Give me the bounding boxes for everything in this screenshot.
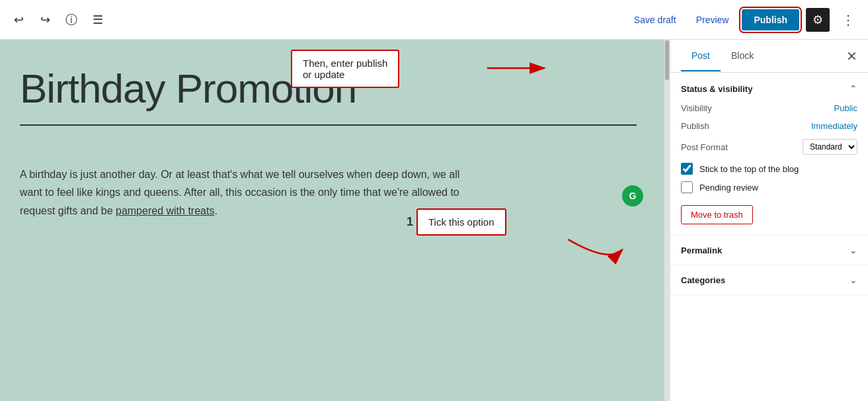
editor-area: Birthday Promotion A birthday is just an…: [0, 40, 670, 401]
sidebar-close-button[interactable]: ✕: [846, 50, 857, 63]
more-options-button[interactable]: ⋮: [836, 9, 860, 30]
callout-tick-option: Tick this option: [416, 208, 506, 236]
status-visibility-title: Status & visibility: [681, 84, 752, 94]
callout-publish-update: Then, enter publishor update: [291, 50, 399, 88]
post-body[interactable]: A birthday is just another day. Or at le…: [20, 165, 483, 220]
categories-chevron: ⌄: [849, 275, 857, 285]
status-visibility-header[interactable]: Status & visibility ⌃: [681, 83, 857, 94]
grammarly-icon: G: [622, 185, 643, 206]
scroll-thumb: [665, 40, 669, 80]
permalink-chevron: ⌄: [849, 245, 857, 255]
visibility-row: Visibility Public: [681, 103, 857, 113]
post-format-row: Post Format Standard Aside Image Video Q…: [681, 139, 857, 155]
visibility-value[interactable]: Public: [834, 103, 857, 113]
undo-button[interactable]: ↩: [8, 9, 29, 30]
info-button[interactable]: ⓘ: [61, 9, 82, 30]
toolbar: ↩ ↪ ⓘ ☰ Save draft Preview Publish ⚙ ⋮: [0, 0, 868, 40]
main-layout: Birthday Promotion A birthday is just an…: [0, 40, 868, 401]
categories-header[interactable]: Categories ⌄: [681, 275, 857, 285]
permalink-title: Permalink: [681, 245, 722, 255]
scroll-indicator[interactable]: [664, 40, 670, 401]
pending-review-label: Pending review: [699, 183, 758, 193]
status-visibility-section: Status & visibility ⌃ Visibility Public …: [670, 73, 868, 236]
categories-title: Categories: [681, 275, 725, 285]
visibility-label: Visibility: [681, 103, 712, 113]
sidebar: Post Block ✕ Status & visibility ⌃ Visib…: [670, 40, 868, 401]
publish-field-value[interactable]: Immediately: [811, 121, 857, 131]
permalink-header[interactable]: Permalink ⌄: [681, 245, 857, 255]
step-number-1: 1: [407, 215, 413, 229]
tab-post[interactable]: Post: [681, 41, 721, 71]
publish-field-label: Publish: [681, 121, 709, 131]
tab-block[interactable]: Block: [721, 41, 764, 71]
save-draft-button[interactable]: Save draft: [627, 11, 683, 29]
permalink-section: Permalink ⌄: [670, 236, 868, 265]
stick-to-top-row: Stick to the top of the blog: [681, 163, 857, 175]
stick-to-top-label: Stick to the top of the blog: [699, 164, 799, 174]
post-format-select[interactable]: Standard Aside Image Video Quote Link Ga…: [803, 139, 857, 155]
status-visibility-chevron: ⌃: [849, 83, 857, 94]
settings-button[interactable]: ⚙: [806, 8, 830, 32]
post-format-label: Post Format: [681, 142, 728, 152]
preview-button[interactable]: Preview: [690, 11, 736, 29]
categories-section: Categories ⌄: [670, 265, 868, 295]
redo-button[interactable]: ↪: [34, 9, 56, 30]
list-view-button[interactable]: ☰: [87, 9, 108, 30]
pending-review-row: Pending review: [681, 181, 857, 193]
editor-content: Birthday Promotion A birthday is just an…: [0, 40, 670, 401]
stick-to-top-checkbox[interactable]: [681, 163, 693, 175]
title-divider: [20, 124, 637, 126]
publish-button[interactable]: Publish: [742, 9, 799, 30]
toolbar-right: Save draft Preview Publish ⚙ ⋮: [627, 8, 860, 32]
move-to-trash-button[interactable]: Move to trash: [681, 205, 753, 224]
publish-row: Publish Immediately: [681, 121, 857, 131]
toolbar-left: ↩ ↪ ⓘ ☰: [8, 9, 108, 30]
sidebar-header: Post Block ✕: [670, 40, 868, 73]
pending-review-checkbox[interactable]: [681, 181, 693, 193]
